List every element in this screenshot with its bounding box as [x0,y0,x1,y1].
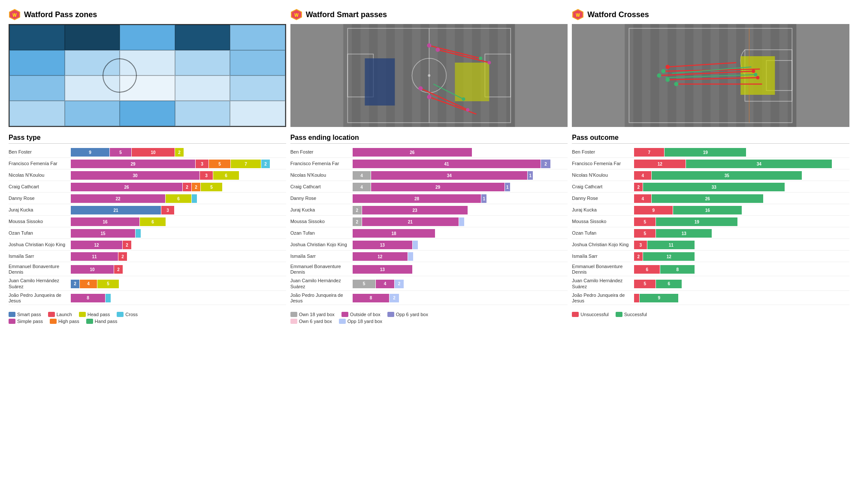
bar-segment: 9 [71,148,109,157]
bar-segment: 8 [353,294,390,302]
player-row: Danny Rose226 [9,193,286,204]
bars-container: 233 [634,183,849,191]
bar-segment: 2 [118,252,127,261]
bar-segment: 2 [71,280,79,288]
bars-container: 102 [71,265,286,274]
bar-segment: 23 [362,206,468,214]
legend-crosses: UnsuccessfulSuccessful [572,312,849,317]
zone-cell [230,75,285,101]
bars-container: 26 [353,148,568,157]
player-row: Craig Cathcart26225 [9,182,286,193]
bars-container: 15 [71,229,286,238]
panel-header-crosses: W Watford Crosses [572,9,849,21]
legend-label-text: Head pass [88,312,110,317]
bar-segment: 6 [213,171,239,180]
svg-rect-48 [779,24,788,127]
panel-title-smart-passes: Watford Smart passes [306,10,387,19]
player-name: Emmanuel Bonaventure Dennis [290,264,353,275]
bar-segment: 22 [71,194,165,203]
legend-label-text: Launch [57,312,72,317]
bars-container: 4341 [353,171,568,180]
legend-item: Hand pass [86,319,118,324]
legend-color-swatch [290,319,297,324]
legend-label-text: Opp 6 yard box [396,312,428,317]
bars-container: 95102 [71,148,286,157]
bar-segment: 3 [200,171,213,180]
zone-cell [230,101,285,126]
legend-row: Own 6 yard boxOpp 18 yard box [290,319,568,324]
legend-label-text: Successful [624,312,647,317]
bars-container: 213 [71,206,286,214]
bar-segment: 11 [71,252,118,261]
bars-container: 226 [71,194,286,203]
bar-segment: 26 [353,148,472,157]
bar-segment: 5 [634,217,656,226]
zone-cell [120,101,175,126]
watford-logo-icon: W [9,9,21,21]
svg-point-67 [756,76,760,79]
bar-segment: 1 [528,171,533,180]
player-row: Moussa Sissoko221 [290,217,568,227]
svg-point-68 [754,73,758,76]
svg-point-30 [418,86,423,91]
player-name: Ismaïla Sarr [9,254,71,259]
bar-segment [192,194,197,203]
svg-text:W: W [294,13,299,18]
legend-smart-passes: Own 18 yard boxOutside of boxOpp 6 yard … [290,312,568,324]
svg-point-33 [487,61,491,64]
bar-segment: 33 [643,183,785,191]
bars-container: 13 [353,241,568,249]
svg-point-34 [466,108,469,112]
player-name: Francisco Femenía Far [572,161,634,166]
zone-cell [65,75,120,101]
legend-row: Own 18 yard boxOutside of boxOpp 6 yard … [290,312,568,317]
bars-container: 68 [634,265,849,274]
bars-container: 166 [71,217,286,226]
svg-rect-40 [642,24,651,127]
player-row: Joshua Christian Kojo King122 [9,240,286,250]
player-row: Ismaïla Sarr112 [9,251,286,262]
bar-segment: 5 [201,183,222,191]
bar-segment [136,229,141,238]
bars-container: 426 [634,194,849,203]
bar-segment: 13 [353,241,412,249]
watford-logo-icon: W [572,9,584,21]
bar-segment: 6 [656,280,682,288]
bar-segment: 4 [634,171,651,180]
zone-cell [9,50,65,75]
bar-segment: 7 [634,148,664,157]
player-name: Craig Cathcart [9,184,71,190]
legend-item: Own 18 yard box [290,312,335,317]
zone-cell [65,50,120,75]
svg-point-66 [752,69,755,73]
svg-rect-22 [365,58,395,106]
main-container: W Watford Pass zonesPass typeBen Foster9… [9,9,849,324]
zone-cell [9,75,65,101]
player-row: Craig Cathcart4291 [290,182,568,193]
legend-label-text: Outside of box [350,312,381,317]
panel-title-crosses: Watford Crosses [587,10,649,19]
player-name: Juan Camilo Hernández Suárez [9,278,71,289]
legend-label-text: Cross [125,312,138,317]
section-title-smart-passes: Pass ending location [290,134,568,144]
legend-item: Cross [117,312,138,317]
player-row: Ben Foster719 [572,147,849,158]
bars-container: 1234 [634,160,849,168]
player-row: Juan Camilo Hernández Suárez245 [9,277,286,290]
player-name: Joshua Christian Kojo King [290,242,353,247]
player-name: Ismaïla Sarr [290,254,353,259]
bar-segment: 4 [353,183,371,191]
player-name: Ozan Tufan [290,230,353,236]
player-name: Nicolas N'Koulou [9,172,71,178]
bar-segment: 1 [481,194,486,203]
svg-rect-11 [446,24,455,127]
legend-label-text: Simple pass [17,319,43,324]
svg-point-65 [666,65,670,69]
bar-segment: 9 [640,294,678,302]
player-row: Craig Cathcart233 [572,182,849,193]
bar-segment: 35 [652,171,802,180]
bar-segment: 2 [183,183,191,191]
bar-segment: 2 [123,241,131,249]
smart-passes-svg [290,24,568,127]
legend-color-swatch [387,312,394,317]
